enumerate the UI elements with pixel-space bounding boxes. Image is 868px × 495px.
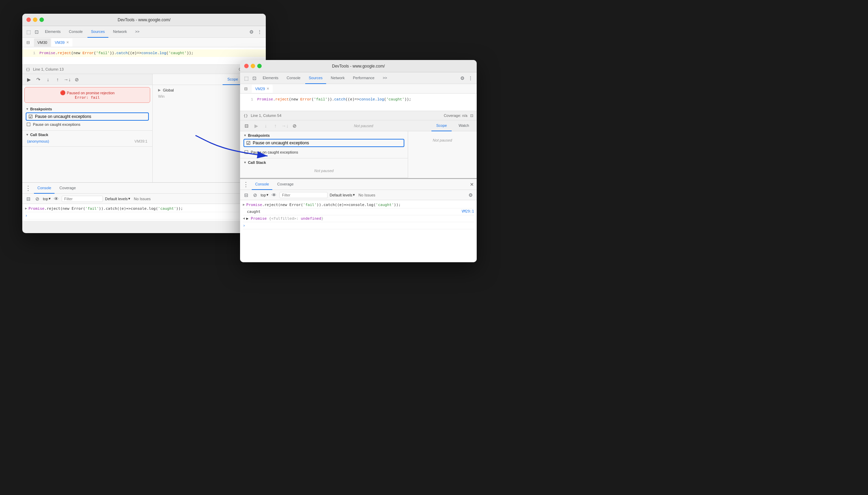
console-loc-2[interactable]: VM29:1 xyxy=(462,209,474,213)
triangle-breakpoints-1: ▼ xyxy=(26,107,29,111)
traffic-lights-1 xyxy=(26,17,44,22)
format-icon-2[interactable]: {} xyxy=(243,113,248,118)
watch-tab-2[interactable]: Watch xyxy=(454,120,474,131)
entry-arrow-1: ▶ xyxy=(25,206,27,210)
console-cursor-row-1[interactable]: › xyxy=(25,212,263,219)
file-tab-vm29[interactable]: VM29 ✕ xyxy=(252,85,273,93)
devtools-window-2[interactable]: DevTools - www.google.com/ ⬚ ⊡ Elements … xyxy=(240,60,477,262)
close-tab-vm29[interactable]: ✕ xyxy=(266,87,269,90)
maximize-button-2[interactable] xyxy=(257,64,262,68)
callstack-fn-1: (anonymous) xyxy=(27,139,49,143)
tab-console-2[interactable]: Console xyxy=(283,72,304,84)
step-into-btn[interactable]: ↓ xyxy=(44,76,52,83)
tab-elements-2[interactable]: Elements xyxy=(259,72,282,84)
step-into-btn-2[interactable]: ↑ xyxy=(272,122,279,130)
tab-network-1[interactable]: Network xyxy=(110,26,130,38)
resume-btn-2[interactable]: ▶ xyxy=(252,122,260,130)
console-dots-1[interactable]: ⋮ xyxy=(25,184,31,192)
gear-icon-2[interactable]: ⚙ xyxy=(459,75,466,82)
tab-elements-1[interactable]: Elements xyxy=(41,26,64,38)
no-symbol-icon-2[interactable]: ⊘ xyxy=(252,192,259,198)
dots-icon-1[interactable]: ⋮ xyxy=(256,28,263,35)
sidebar-toggle-2[interactable]: ⊟ xyxy=(243,86,249,92)
callstack-header-2[interactable]: ▼ Call Stack xyxy=(243,160,404,165)
dots-icon-2[interactable]: ⋮ xyxy=(467,75,474,82)
filter-input-1[interactable] xyxy=(62,196,103,202)
gear-icon-1[interactable]: ⚙ xyxy=(248,28,255,35)
checkbox-caught-1[interactable]: ☐ xyxy=(26,122,31,127)
close-button[interactable] xyxy=(26,17,31,22)
inspect-icon[interactable]: ⬚ xyxy=(25,28,32,35)
checkbox-caught-2[interactable]: ☐ xyxy=(244,149,249,155)
no-issues-label-2: No Issues xyxy=(358,193,375,197)
file-tab-vm30-1[interactable]: VM30 xyxy=(34,38,51,47)
console-tab-2[interactable]: Console xyxy=(252,179,272,190)
tab-console-1[interactable]: Console xyxy=(66,26,86,38)
inspect-icon-2[interactable]: ⬚ xyxy=(243,75,250,82)
gear-icon-console-2[interactable]: ⚙ xyxy=(467,192,474,198)
tab-sources-2[interactable]: Sources xyxy=(305,72,326,84)
default-levels-1[interactable]: Default levels ▾ xyxy=(105,196,130,201)
file-tab-bar-2: ⊟ VM29 ✕ xyxy=(240,84,477,94)
callstack-loc-1: VM39:1 xyxy=(134,139,147,143)
triangle-breakpoints-2: ▼ xyxy=(243,134,247,137)
close-button-2[interactable] xyxy=(244,64,249,68)
device-icon-2[interactable]: ⊡ xyxy=(251,75,258,82)
eye-icon-2[interactable]: 👁 xyxy=(271,192,277,198)
coverage-tab-1[interactable]: Coverage xyxy=(56,183,79,194)
console-sidebar-toggle-2[interactable]: ⊟ xyxy=(243,192,250,198)
checkbox-uncaught-1[interactable]: ☑ xyxy=(28,114,33,119)
step-over-btn[interactable]: ↷ xyxy=(35,76,42,83)
not-paused-label-2: Not paused xyxy=(354,124,373,128)
expand-icon-2[interactable]: ⊡ xyxy=(470,113,473,118)
pause-uncaught-row-2[interactable]: ☑ Pause on uncaught exceptions xyxy=(243,139,404,147)
scope-tab-2[interactable]: Scope xyxy=(431,120,452,131)
callstack-entry-1[interactable]: (anonymous) VM39:1 xyxy=(26,138,149,144)
devtools-window-1[interactable]: DevTools - www.google.com/ ⬚ ⊡ Elements … xyxy=(22,14,266,233)
code-area-1: 1 Promise.reject(new Error('fail')).catc… xyxy=(22,47,266,64)
file-tab-vm39[interactable]: VM39 ✕ xyxy=(51,38,72,47)
devtools-toolbar-1: ⬚ ⊡ Elements Console Sources Network >> … xyxy=(22,26,266,38)
deactivate-btn[interactable]: ⊘ xyxy=(73,76,81,83)
console-cursor-row-2[interactable]: › xyxy=(243,222,474,229)
tab-sources-1[interactable]: Sources xyxy=(87,26,108,38)
eye-icon-1[interactable]: 👁 xyxy=(53,195,60,202)
close-tab-vm39[interactable]: ✕ xyxy=(66,40,69,44)
context-selector-1[interactable]: top ▾ xyxy=(43,196,51,201)
no-symbol-icon-1[interactable]: ⊘ xyxy=(34,195,41,202)
minimize-button[interactable] xyxy=(33,17,37,22)
close-console-btn[interactable]: ✕ xyxy=(470,182,474,187)
tab-more-1[interactable]: >> xyxy=(132,26,143,38)
step-over-btn-2[interactable]: ↓ xyxy=(262,122,270,130)
checkbox-uncaught-2[interactable]: ☑ xyxy=(246,140,251,146)
step-out-btn-2[interactable]: →↓ xyxy=(281,122,289,130)
pause-caught-row-2[interactable]: ☐ Pause on caught exceptions xyxy=(243,148,404,156)
resume-btn[interactable]: ▶ xyxy=(25,76,33,83)
not-paused-callstack: Not paused xyxy=(243,166,404,176)
pause-uncaught-row-1[interactable]: ☑ Pause on uncaught exceptions xyxy=(26,112,149,121)
step-out-btn[interactable]: ↑ xyxy=(54,76,61,83)
sidebar-toggle-1[interactable]: ⊟ xyxy=(25,39,31,46)
context-selector-2[interactable]: top ▾ xyxy=(261,193,269,197)
deactivate-btn-2[interactable]: ⊘ xyxy=(291,122,298,130)
chevron-down-icon-levels-2: ▾ xyxy=(353,193,355,197)
console-tab-1[interactable]: Console xyxy=(34,183,55,194)
maximize-button[interactable] xyxy=(39,17,44,22)
console-sidebar-toggle[interactable]: ⊟ xyxy=(25,195,32,202)
filter-input-2[interactable] xyxy=(280,192,328,198)
tab-more-2[interactable]: >> xyxy=(379,72,391,84)
breakpoints-header-1[interactable]: ▼ Breakpoints xyxy=(26,107,149,111)
default-levels-2[interactable]: Default levels ▾ xyxy=(330,193,355,197)
pause-sidebar-btn-2[interactable]: ⊟ xyxy=(243,122,250,130)
step-btn[interactable]: →↓ xyxy=(63,76,71,83)
minimize-button-2[interactable] xyxy=(251,64,255,68)
callstack-header-1[interactable]: ▼ Call Stack xyxy=(26,133,149,137)
breakpoints-header-2[interactable]: ▼ Breakpoints xyxy=(243,133,404,137)
coverage-tab-2[interactable]: Coverage xyxy=(274,179,297,190)
console-dots-2[interactable]: ⋮ xyxy=(243,181,249,188)
tab-network-2[interactable]: Network xyxy=(328,72,348,84)
device-icon[interactable]: ⊡ xyxy=(33,28,40,35)
tab-performance-2[interactable]: Performance xyxy=(349,72,378,84)
format-icon-1[interactable]: {} xyxy=(26,67,30,72)
pause-caught-row-1[interactable]: ☐ Pause on caught exceptions xyxy=(26,121,149,128)
